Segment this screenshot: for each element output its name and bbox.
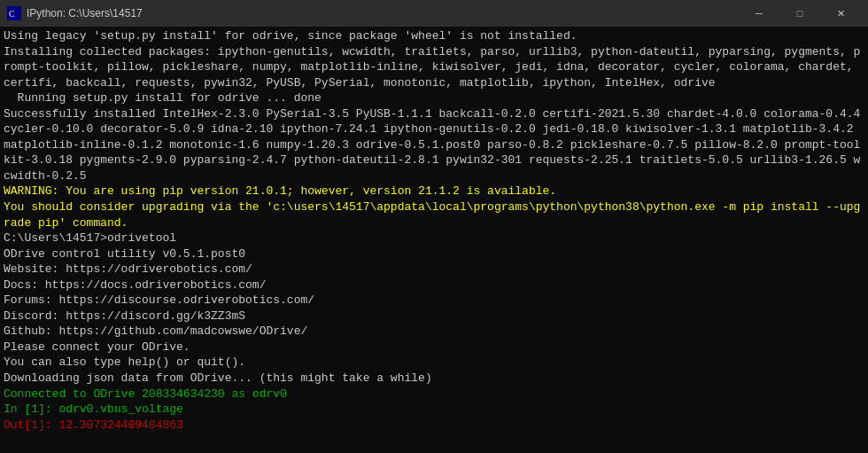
terminal-line: Forums: https://discourse.odriverobotics…: [4, 293, 864, 309]
terminal-line: Docs: https://docs.odriverobotics.com/: [4, 277, 864, 293]
terminal-line: Github: https://github.com/madcowswe/ODr…: [4, 324, 864, 340]
app-icon: C: [7, 6, 21, 20]
terminal-line: Running setup.py install for odrive ... …: [4, 90, 864, 106]
minimize-button[interactable]: ─: [739, 0, 779, 27]
terminal-line: Using legacy 'setup.py install' for odri…: [4, 28, 864, 44]
terminal-line: Please connect your ODrive.: [4, 340, 864, 355]
terminal-line: Installing collected packages: ipython-g…: [4, 44, 864, 91]
maximize-button[interactable]: □: [779, 0, 820, 27]
svg-text:C: C: [9, 9, 15, 19]
title-bar: C IPython: C:\Users\14517 ─ □ ✕: [0, 0, 868, 27]
terminal-line: You should consider upgrading via the 'c…: [4, 199, 864, 230]
close-button[interactable]: ✕: [820, 0, 861, 27]
terminal-line: Connected to ODrive 208334634230 as odrv…: [4, 387, 864, 402]
terminal-line: ODrive control utility v0.5.1.post0: [4, 246, 864, 262]
terminal-line: In [1]: odrv0.vbus_voltage: [4, 402, 864, 418]
terminal-line: You can also type help() or quit().: [4, 355, 864, 371]
terminal-line: Successfully installed IntelHex-2.3.0 Py…: [4, 106, 864, 184]
terminal-output[interactable]: Using legacy 'setup.py install' for odri…: [0, 27, 868, 453]
terminal-line: Discord: https://discord.gg/k3ZZ3mS: [4, 309, 864, 324]
window-title: IPython: C:\Users\14517: [27, 7, 143, 20]
terminal-line: C:\Users\14517>odrivetool: [4, 230, 864, 246]
terminal-line: Out[1]: 12.307324409484863: [4, 418, 864, 433]
terminal-line: Downloading json data from ODrive... (th…: [4, 371, 864, 387]
window-controls: ─ □ ✕: [739, 0, 861, 27]
title-bar-left: C IPython: C:\Users\14517: [7, 6, 143, 20]
terminal-line: Website: https://odriverobotics.com/: [4, 262, 864, 277]
terminal-line: WARNING: You are using pip version 21.0.…: [4, 184, 864, 199]
